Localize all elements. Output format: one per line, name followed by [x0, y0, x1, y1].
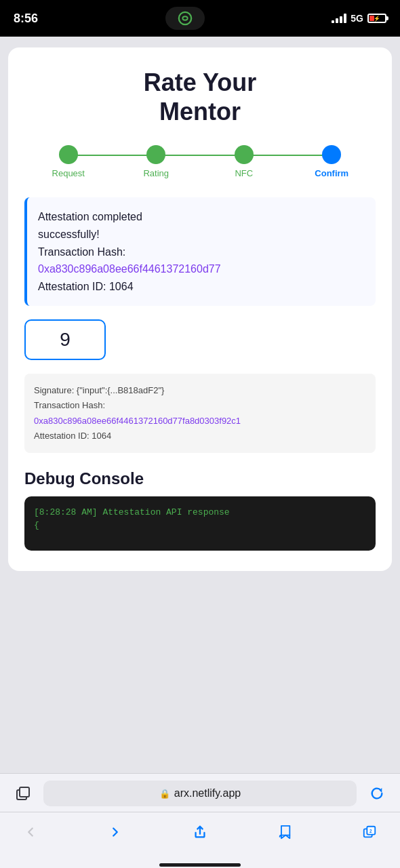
step-dot-nfc: [235, 145, 254, 164]
svg-text:2: 2: [369, 829, 372, 833]
step-dot-request: [59, 145, 78, 164]
step-confirm: Confirm: [288, 145, 376, 178]
dynamic-island: [165, 7, 205, 30]
success-text: Attestation completed successfully! Tran…: [38, 208, 365, 295]
home-indicator-bar: [159, 863, 241, 867]
app-icon: [178, 11, 193, 26]
debug-console-title: Debug Console: [24, 469, 376, 488]
step-label-confirm: Confirm: [315, 168, 348, 178]
svg-point-0: [179, 12, 191, 24]
steps-container: Request Rating NFC Confirm: [24, 145, 376, 178]
browser-bar: 🔒 arx.netlify.app: [0, 773, 400, 812]
sig-hash-link[interactable]: 0xa830c896a08ee66f4461372160d77fa8d0303f…: [34, 416, 241, 426]
share-button[interactable]: [183, 819, 217, 845]
signal-icon: [332, 14, 346, 23]
content-area: Rate Your Mentor Request Rating NFC Conf…: [0, 37, 400, 773]
signature-box: Signature: {"input":{...B818adF2"} Trans…: [24, 374, 376, 452]
address-bar[interactable]: 🔒 arx.netlify.app: [43, 781, 357, 806]
rating-box: 9: [24, 319, 106, 360]
step-dot-confirm: [322, 145, 341, 164]
forward-button[interactable]: [98, 819, 132, 845]
url-text: arx.netlify.app: [174, 787, 241, 800]
step-label-rating: Rating: [143, 168, 169, 178]
home-indicator: [0, 861, 400, 868]
debug-log: [8:28:28 AM] Attestation API response {: [34, 506, 366, 532]
step-request: Request: [24, 145, 113, 178]
status-indicators: 5G ⚡: [332, 13, 386, 24]
bookmarks-button[interactable]: [268, 819, 302, 845]
success-box: Attestation completed successfully! Tran…: [24, 197, 376, 306]
step-label-request: Request: [52, 168, 85, 178]
back-button[interactable]: [14, 819, 47, 845]
main-card: Rate Your Mentor Request Rating NFC Conf…: [8, 47, 392, 571]
svg-rect-2: [20, 787, 29, 797]
status-bar: 8:56 5G ⚡: [0, 0, 400, 37]
battery-icon: ⚡: [367, 14, 386, 23]
signature-text: Signature: {"input":{...B818adF2"} Trans…: [34, 383, 366, 443]
bottom-nav: 2: [0, 812, 400, 861]
network-type: 5G: [351, 13, 363, 24]
lock-icon: 🔒: [159, 789, 170, 799]
step-dot-rating: [146, 145, 165, 164]
refresh-button[interactable]: [365, 781, 389, 806]
debug-console: [8:28:28 AM] Attestation API response {: [24, 496, 376, 551]
step-label-nfc: NFC: [235, 168, 253, 178]
step-rating: Rating: [113, 145, 201, 178]
tabs-count-button[interactable]: 2: [353, 819, 386, 845]
transaction-hash-link[interactable]: 0xa830c896a08ee66f4461372160d77: [38, 263, 221, 275]
page-title: Rate Your Mentor: [24, 68, 376, 126]
step-nfc: NFC: [200, 145, 288, 178]
rating-value: 9: [60, 329, 71, 351]
tabs-icon[interactable]: [11, 781, 35, 806]
status-time: 8:56: [14, 12, 38, 26]
